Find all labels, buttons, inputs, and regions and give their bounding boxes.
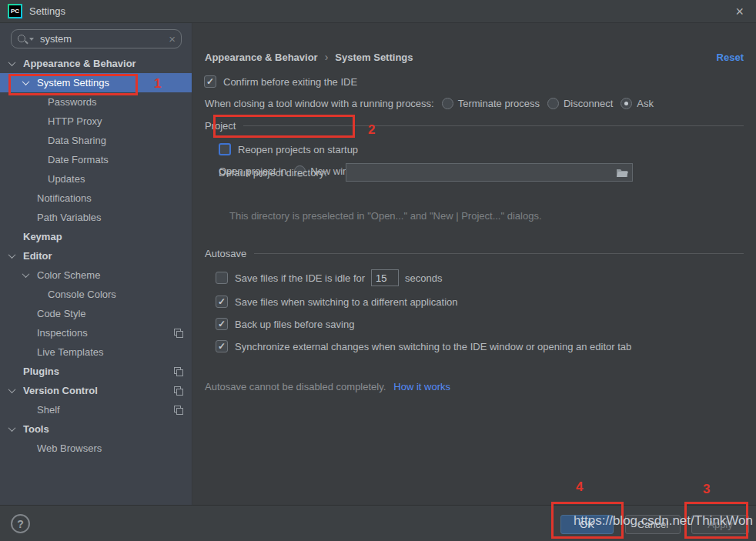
sidebar-item-label: Notifications <box>37 192 92 204</box>
settings-search-box[interactable]: × <box>11 29 182 48</box>
project-section-header: Project <box>205 119 744 132</box>
sidebar-item-editor[interactable]: Editor <box>0 246 192 265</box>
sidebar-item-label: Console Colors <box>48 289 116 300</box>
terminate-process-label: Terminate process <box>458 98 540 109</box>
reset-link[interactable]: Reset <box>717 52 744 63</box>
default-directory-hint: This directory is preselected in "Open..… <box>229 206 542 225</box>
title-bar: PC Settings × <box>0 0 756 23</box>
sidebar-item-label: Color Scheme <box>37 269 100 281</box>
sidebar-item-web-browsers[interactable]: Web Browsers <box>0 439 192 458</box>
idle-save-checkbox[interactable] <box>216 272 228 284</box>
chevron-down-icon <box>8 58 16 66</box>
search-icon <box>17 34 28 45</box>
sidebar-item-color-scheme[interactable]: Color Scheme <box>0 265 192 285</box>
duplicate-icon <box>174 329 183 338</box>
confirm-exit-label: Confirm before exiting the IDE <box>223 76 357 88</box>
sidebar-item-label: Code Style <box>37 308 86 319</box>
sidebar-item-http-proxy[interactable]: HTTP Proxy <box>0 112 192 131</box>
ok-button[interactable]: OK <box>560 515 614 534</box>
sidebar-item-label: Plugins <box>23 366 59 377</box>
folder-icon[interactable] <box>616 168 628 178</box>
cancel-button[interactable]: Cancel <box>625 515 681 534</box>
idle-seconds-input[interactable] <box>371 269 399 286</box>
clear-search-icon[interactable]: × <box>169 32 176 45</box>
ask-radio[interactable] <box>621 98 632 109</box>
how-it-works-link[interactable]: How it works <box>393 381 450 392</box>
sidebar-item-label: Updates <box>48 173 85 185</box>
apply-button[interactable]: Apply <box>691 515 749 534</box>
autosave-section-title: Autosave <box>205 248 246 259</box>
settings-content: Appearance & Behavior › System Settings … <box>193 23 756 505</box>
sidebar-item-label: Web Browsers <box>37 442 102 454</box>
sidebar-item-label: Tools <box>23 423 49 435</box>
confirm-exit-checkbox[interactable]: ✓ <box>204 75 216 88</box>
backup-checkbox[interactable]: ✓ <box>216 318 228 330</box>
sidebar-item-passwords[interactable]: Passwords <box>0 92 192 112</box>
reopen-projects-label: Reopen projects on startup <box>238 144 358 155</box>
tool-window-close-label: When closing a tool window with a runnin… <box>205 98 434 109</box>
hint-text: This directory is preselected in "Open..… <box>229 210 542 222</box>
idle-save-label-prefix: Save files if the IDE is idle for <box>235 272 365 284</box>
sidebar-item-path-variables[interactable]: Path Variables <box>0 208 192 227</box>
duplicate-icon <box>174 367 183 376</box>
sidebar-item-label: System Settings <box>37 77 109 88</box>
sidebar-item-label: Inspections <box>37 327 88 339</box>
breadcrumb-appearance[interactable]: Appearance & Behavior <box>205 52 318 63</box>
sidebar-item-label: Date Formats <box>48 154 109 165</box>
close-icon[interactable]: × <box>731 5 748 18</box>
default-directory-row: Default project directory: <box>219 163 744 182</box>
sidebar-item-updates[interactable]: Updates <box>0 169 192 189</box>
sidebar-item-label: Passwords <box>48 96 97 108</box>
sidebar-item-console-colors[interactable]: Console Colors <box>0 285 192 304</box>
check-icon: ✓ <box>218 297 226 306</box>
breadcrumb-system-settings: System Settings <box>335 52 413 63</box>
search-input[interactable] <box>40 33 169 45</box>
sidebar-item-live-templates[interactable]: Live Templates <box>0 342 192 362</box>
terminate-process-radio[interactable] <box>442 98 453 109</box>
autosave-sync-row: ✓ Synchronize external changes when swit… <box>216 337 631 356</box>
sidebar-item-label: Path Variables <box>37 212 102 223</box>
project-section-title: Project <box>205 120 236 132</box>
autosave-backup-row: ✓ Back up files before saving <box>216 315 354 333</box>
sidebar-item-label: Appearance & Behavior <box>23 58 136 69</box>
sync-checkbox[interactable]: ✓ <box>216 340 228 352</box>
settings-sidebar: × Appearance & Behavior System Settings … <box>0 23 192 505</box>
section-divider <box>243 125 744 126</box>
sidebar-item-notifications[interactable]: Notifications <box>0 189 192 208</box>
idle-save-label-suffix: seconds <box>405 272 442 284</box>
settings-tree: Appearance & Behavior System Settings Pa… <box>0 54 192 458</box>
window-title: Settings <box>29 5 65 17</box>
sidebar-item-data-sharing[interactable]: Data Sharing <box>0 131 192 150</box>
sidebar-item-appearance-behavior[interactable]: Appearance & Behavior <box>0 54 192 73</box>
reopen-projects-checkbox[interactable] <box>219 143 231 155</box>
pycharm-logo-text: PC <box>9 5 21 17</box>
chevron-down-icon <box>8 424 16 432</box>
sidebar-item-label: Data Sharing <box>48 135 106 146</box>
ask-label: Ask <box>637 98 654 109</box>
check-icon: ✓ <box>218 342 226 351</box>
sidebar-item-version-control[interactable]: Version Control <box>0 381 192 400</box>
sidebar-item-code-style[interactable]: Code Style <box>0 304 192 323</box>
default-directory-input[interactable] <box>350 167 616 179</box>
sidebar-item-inspections[interactable]: Inspections <box>0 323 192 342</box>
chevron-down-icon <box>22 270 30 278</box>
sidebar-item-system-settings[interactable]: System Settings <box>0 73 192 92</box>
switch-app-checkbox[interactable]: ✓ <box>216 296 228 308</box>
sidebar-item-date-formats[interactable]: Date Formats <box>0 150 192 169</box>
search-options-caret-icon[interactable] <box>29 38 34 41</box>
sidebar-item-plugins[interactable]: Plugins <box>0 362 192 381</box>
help-icon: ? <box>17 518 24 530</box>
sidebar-item-label: HTTP Proxy <box>48 115 102 127</box>
sidebar-item-shelf[interactable]: Shelf <box>0 400 192 419</box>
autosave-switch-app-row: ✓ Save files when switching to a differe… <box>216 292 458 311</box>
help-button[interactable]: ? <box>11 514 30 533</box>
duplicate-icon <box>174 386 183 396</box>
disconnect-radio[interactable] <box>547 98 559 109</box>
backup-label: Back up files before saving <box>235 319 354 330</box>
chevron-down-icon <box>22 78 30 85</box>
sidebar-item-tools[interactable]: Tools <box>0 419 192 439</box>
sidebar-item-label: Live Templates <box>37 346 103 358</box>
default-directory-field[interactable] <box>346 163 633 182</box>
sidebar-item-keymap[interactable]: Keymap <box>0 227 192 246</box>
disconnect-label: Disconnect <box>564 98 613 109</box>
